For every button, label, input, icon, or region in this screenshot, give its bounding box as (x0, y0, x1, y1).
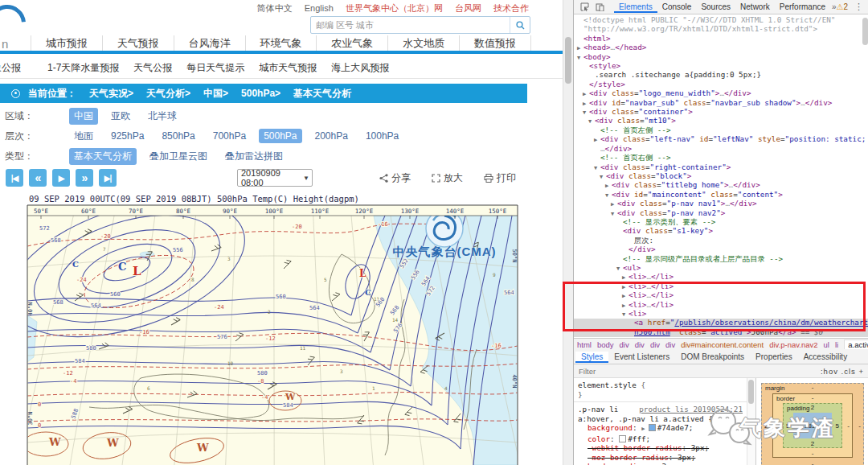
subnav-bulletin[interactable]: 气象公报 (0, 61, 33, 75)
tree-line[interactable]: …</div> (574, 145, 868, 154)
level-500hpa[interactable]: 500hPa (259, 129, 301, 143)
tree-line[interactable]: 层次: (574, 237, 868, 245)
level-surface[interactable]: 地面 (69, 128, 98, 145)
crumb-html[interactable]: html (577, 340, 592, 349)
tab-console[interactable]: Console (657, 2, 697, 13)
tree-scrollbar-thumb[interactable] (862, 18, 868, 45)
tree-line[interactable]: ▶<div class="titlebg home">…</div> (574, 181, 868, 190)
nav-typhoon-ocean[interactable]: 台风海洋 (174, 35, 246, 51)
tree-line[interactable]: ▼<div class="container"> (574, 108, 868, 117)
crumb-li[interactable]: li (835, 340, 838, 349)
crumb-maincontent[interactable]: div#maincontent.content (681, 340, 764, 349)
tab-accessibility[interactable]: Accessibility (798, 352, 853, 363)
link-typhoon-net[interactable]: 台风网 (455, 3, 481, 13)
crumb-weather-analysis[interactable]: 天气分析> (146, 87, 190, 101)
nav-environment[interactable]: 环境气象 (246, 35, 317, 51)
link-wmc-beijing[interactable]: 世界气象中心（北京）网 (346, 3, 443, 13)
tree-line[interactable]: ▶<head>…</head> (574, 43, 868, 52)
crumb-weather-live[interactable]: 天气实况> (89, 87, 133, 101)
link-simplified-chinese[interactable]: 简体中文 (257, 3, 293, 13)
styles-scrollbar[interactable] (747, 378, 755, 465)
css-property[interactable]: border-radius: ▶ 3px; (578, 462, 743, 465)
box-model-padding[interactable]: padding 2 2 5 5 48.281 × 16 (783, 403, 842, 448)
tree-line[interactable]: ▼<div id="maincontent" class="content"> (574, 191, 868, 200)
subnav-precip-1-7d[interactable]: 1-7天降水量预报 (47, 61, 119, 75)
tree-line[interactable]: <!-- 显示类别、要素 --> (574, 218, 868, 227)
subnav-marine-gale[interactable]: 海上大风预报 (331, 61, 389, 75)
crumb-div[interactable]: div (665, 340, 675, 349)
tree-line[interactable]: <div class="s1-key"> (574, 227, 868, 236)
tree-line[interactable]: ▶<div id="navbar_sub" class="navbar_sub … (574, 99, 868, 108)
crumb-500hpa[interactable]: 500hPa> (241, 88, 280, 99)
crumb-ul[interactable]: ul (824, 340, 829, 349)
tree-line[interactable]: </li> (574, 337, 868, 338)
tree-line[interactable]: ▼<div class="block"> (574, 172, 868, 181)
page-scrollbar-thumb[interactable] (565, 37, 571, 84)
search-input[interactable]: 邮编 区号 城市 (310, 16, 530, 34)
level-925hpa[interactable]: 925hPa (106, 129, 149, 143)
box-model-border[interactable]: border - - - - padding 2 2 5 5 48.281 × … (772, 393, 853, 458)
link-tech-cooperation[interactable]: 技术合作 (493, 3, 529, 13)
region-china[interactable]: 中国 (69, 108, 98, 125)
tab-event-listeners[interactable]: Event Listeners (608, 352, 675, 363)
css-property[interactable]: -webkit-border-radius: 3px; (578, 443, 743, 453)
tree-line[interactable]: "http://www.w3.org/TR/xhtml1/DTD/xhtml1-… (574, 25, 868, 34)
tree-line[interactable]: <html> (574, 35, 868, 43)
styles-scrollbar-thumb[interactable] (748, 380, 754, 404)
warning-badge[interactable]: ⚠2 (837, 2, 849, 11)
css-property[interactable]: color: #fff; (578, 434, 743, 444)
crumb-body[interactable]: body (597, 340, 614, 349)
crumb-a-actived[interactable]: a.actived (844, 339, 868, 349)
tree-line[interactable]: </style> (574, 80, 868, 89)
tree-line[interactable]: <!doctype html PUBLIC "-//W3C//DTD XHTML… (574, 16, 868, 25)
nav-agriculture[interactable]: 农业气象 (317, 35, 388, 51)
crumb-div[interactable]: div (635, 340, 645, 349)
nav-city-forecast[interactable]: 城市预报 (31, 35, 103, 51)
tree-line[interactable]: ▶<div class="p-nav nav1">…</div> (574, 200, 868, 208)
tree-line[interactable]: ▶<div class="logo_menu_width">…</div> (574, 89, 868, 98)
level-700hpa[interactable]: 700hPa (208, 129, 251, 143)
share-button[interactable]: 分享 (379, 171, 411, 185)
play-button[interactable]: ▶ (52, 169, 70, 187)
nav-numerical[interactable]: 数值预报 (460, 35, 531, 51)
last-frame-button[interactable]: ▶| (99, 169, 117, 187)
css-property[interactable]: background: ▶ #74ade7; (578, 423, 743, 434)
crumb-div[interactable]: div (650, 340, 660, 349)
crumb-p-nav[interactable]: div.p-nav.nav2 (769, 340, 817, 349)
subnav-city-weather[interactable]: 城市天气预报 (259, 61, 317, 75)
type-basic-analysis[interactable]: 基本天气分析 (69, 148, 137, 165)
nav-hydrology[interactable]: 水文地质 (388, 35, 460, 51)
tree-line[interactable]: ▼<div class="mt10"> (574, 117, 868, 126)
subnav-daily-tips[interactable]: 每日天气提示 (186, 61, 244, 75)
rewind-button[interactable]: « (29, 169, 47, 187)
tree-line[interactable]: <!-- 首页左侧 --> (574, 126, 868, 135)
inspect-icon[interactable] (580, 2, 589, 11)
element-style-selector[interactable]: element.style (578, 381, 637, 389)
tab-sources[interactable]: Sources (696, 2, 735, 13)
tree-line[interactable]: .search .sitechange a{padding:0 5px;} (574, 71, 868, 80)
tree-line[interactable]: ▼<div class="right-container"> (574, 163, 868, 172)
print-button[interactable]: 打印 (484, 171, 516, 185)
box-model-content[interactable]: 48.281 × 16 (793, 413, 832, 438)
tab-elements[interactable]: Elements (614, 2, 657, 13)
datetime-select[interactable]: 20190909 08:00▼ (237, 169, 313, 187)
page-scrollbar[interactable] (563, 0, 573, 465)
subnav-weather-bulletin[interactable]: 天气公报 (133, 61, 172, 75)
tree-line[interactable]: </div> (574, 245, 868, 254)
styles-toggle-buttons[interactable]: :hov .cls + (821, 367, 864, 376)
region-north-hemisphere[interactable]: 北半球 (143, 108, 182, 125)
enlarge-button[interactable]: 放大 (432, 171, 463, 185)
css-property[interactable]: -moz-border-radius: 3px; (578, 453, 743, 463)
tab-styles[interactable]: Styles (575, 352, 608, 363)
tree-line[interactable]: <style> (574, 62, 868, 71)
forward-button[interactable]: » (76, 169, 93, 187)
level-850hpa[interactable]: 850hPa (157, 129, 199, 143)
nav-weather-forecast[interactable]: 天气预报 (103, 35, 174, 51)
stylesheet-link[interactable]: product_lis_20190524:21 (639, 405, 743, 414)
level-100hpa[interactable]: 100hPa (361, 129, 403, 143)
styles-filter-input[interactable]: Filter (579, 367, 596, 376)
tab-dom-breakpoints[interactable]: DOM Breakpoints (675, 352, 750, 363)
search-icon[interactable] (510, 17, 530, 33)
region-eurasia[interactable]: 亚欧 (106, 108, 135, 125)
tree-line[interactable]: ▼<body> (574, 53, 868, 62)
